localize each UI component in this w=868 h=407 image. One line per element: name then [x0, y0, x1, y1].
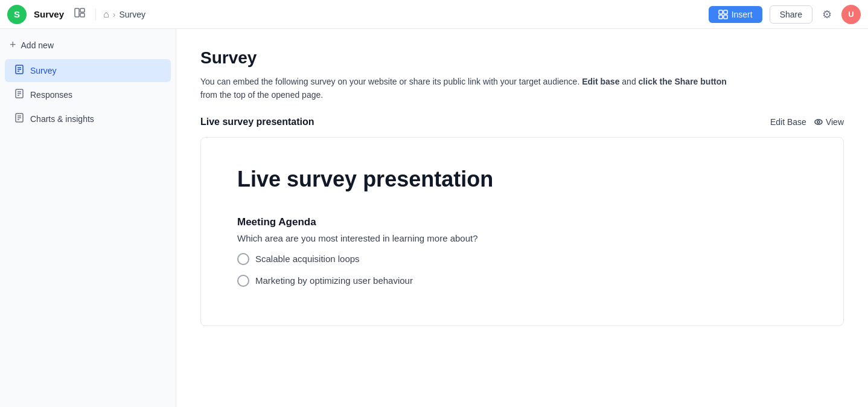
sidebar-item-charts-label: Charts & insights — [30, 114, 94, 124]
share-button[interactable]: Share — [770, 5, 812, 24]
sidebar: + Add new Survey — [0, 29, 176, 407]
nav-divider — [95, 8, 96, 21]
sidebar-item-responses[interactable]: Responses — [5, 83, 171, 106]
svg-rect-2 — [80, 13, 85, 17]
page-description: You can embed the following survey on yo… — [200, 75, 844, 102]
sidebar-item-charts[interactable]: Charts & insights — [5, 107, 171, 130]
svg-rect-3 — [719, 10, 723, 14]
radio-circle-2 — [237, 275, 249, 287]
svg-point-19 — [815, 120, 822, 124]
board-icon[interactable] — [71, 4, 88, 24]
survey-preview-card: Live survey presentation Meeting Agenda … — [200, 137, 844, 326]
survey-question: Which area are you most interested in le… — [237, 233, 807, 243]
top-nav: S Survey ⌂ › Survey Insert Share ⚙ U — [0, 0, 868, 29]
home-icon[interactable]: ⌂ — [103, 9, 109, 20]
radio-circle-1 — [237, 253, 249, 265]
sidebar-item-survey[interactable]: Survey — [5, 59, 171, 82]
section-title: Live survey presentation — [200, 117, 314, 127]
svg-rect-6 — [724, 15, 727, 19]
svg-rect-0 — [75, 8, 79, 17]
sidebar-item-responses-label: Responses — [30, 90, 72, 100]
settings-icon[interactable]: ⚙ — [820, 5, 834, 24]
survey-card-title: Live survey presentation — [237, 167, 807, 192]
radio-option-2[interactable]: Marketing by optimizing user behaviour — [237, 275, 807, 287]
breadcrumb-current: Survey — [119, 10, 145, 19]
main-content: Survey You can embed the following surve… — [176, 29, 868, 407]
radio-label-2: Marketing by optimizing user behaviour — [255, 275, 413, 286]
sidebar-item-survey-label: Survey — [30, 66, 57, 75]
breadcrumb: ⌂ › Survey — [103, 9, 145, 20]
charts-icon — [14, 113, 24, 125]
svg-rect-4 — [724, 10, 727, 14]
app-name: Survey — [34, 9, 64, 19]
breadcrumb-sep: › — [113, 10, 116, 19]
section-header: Live survey presentation Edit Base View — [200, 117, 844, 127]
page-title: Survey — [200, 48, 844, 68]
svg-rect-5 — [719, 15, 723, 19]
main-layout: + Add new Survey — [0, 29, 868, 407]
app-logo: S — [7, 5, 27, 24]
radio-label-1: Scalable acquisition loops — [255, 254, 360, 264]
svg-point-20 — [817, 121, 820, 123]
survey-section-label: Meeting Agenda — [237, 216, 807, 228]
survey-icon — [14, 65, 24, 77]
section-actions: Edit Base View — [770, 117, 844, 127]
avatar[interactable]: U — [841, 5, 861, 24]
svg-rect-1 — [80, 8, 85, 12]
plus-icon: + — [10, 39, 16, 51]
insert-button[interactable]: Insert — [709, 6, 762, 23]
edit-base-button[interactable]: Edit Base — [770, 117, 806, 127]
view-button[interactable]: View — [814, 117, 844, 127]
add-new-button[interactable]: + Add new — [0, 34, 176, 56]
radio-option-1[interactable]: Scalable acquisition loops — [237, 253, 807, 265]
responses-icon — [14, 89, 24, 101]
